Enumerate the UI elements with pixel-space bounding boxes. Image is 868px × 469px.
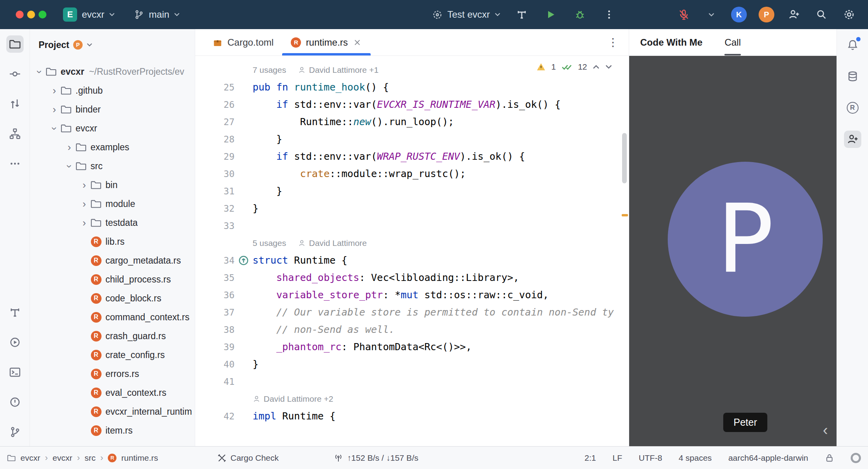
tree-chevron-icon[interactable]: › xyxy=(79,198,90,210)
tree-chevron-icon[interactable]: › xyxy=(48,123,61,134)
code-line-text[interactable]: // non-Send as well. xyxy=(253,321,629,338)
author-inlay[interactable]: David Lattimore +1 xyxy=(298,61,379,79)
tree-item[interactable]: ›src xyxy=(30,157,195,175)
editor-line[interactable]: 26 if std::env::var(EVCXR_IS_RUNTIME_VAR… xyxy=(195,96,629,113)
line-number[interactable]: 30 xyxy=(195,165,235,183)
editor-line[interactable]: 38 // non-Send as well. xyxy=(195,321,629,338)
line-number[interactable]: 28 xyxy=(195,131,235,148)
settings-button[interactable] xyxy=(841,7,857,22)
breadcrumb[interactable]: evcxr xyxy=(53,453,72,463)
tree-item[interactable]: ›.github xyxy=(30,81,195,100)
tree-item[interactable]: Rerrors.rs xyxy=(30,364,195,383)
indent-setting[interactable]: 4 spaces xyxy=(679,453,712,463)
tree-item[interactable]: ›binder xyxy=(30,100,195,119)
tree-item[interactable]: Rlib.rs xyxy=(30,232,195,251)
usages-inlay[interactable]: 7 usages xyxy=(253,61,286,79)
code-line-text[interactable]: if std::env::var(EVCXR_IS_RUNTIME_VAR).i… xyxy=(253,96,629,113)
line-number[interactable]: 39 xyxy=(195,338,235,356)
problems-tool-button[interactable] xyxy=(6,393,24,411)
code-line-text[interactable]: Runtime::new().run_loop(); xyxy=(253,113,629,131)
collapse-controls-button[interactable] xyxy=(704,7,719,22)
tree-item[interactable]: Revcxr_internal_runtim xyxy=(30,402,195,421)
close-tab-button[interactable] xyxy=(353,38,362,47)
editor-scrollbar[interactable] xyxy=(622,133,627,183)
run-button[interactable] xyxy=(543,7,559,22)
readonly-lock-button[interactable] xyxy=(825,453,834,463)
project-widget[interactable]: E evcxr xyxy=(63,7,115,22)
version-control-tool-button[interactable] xyxy=(6,423,24,441)
project-tool-button[interactable] xyxy=(6,35,24,53)
line-number[interactable]: 35 xyxy=(195,269,235,286)
editor-line[interactable]: David Lattimore +2 xyxy=(195,390,629,408)
usages-inlay[interactable]: 5 usages xyxy=(253,234,286,252)
database-tool-button[interactable] xyxy=(844,68,861,85)
editor-line[interactable]: 34struct Runtime { xyxy=(195,252,629,269)
editor-line[interactable]: 35 shared_objects: Vec<libloading::Libra… xyxy=(195,269,629,286)
line-number[interactable] xyxy=(195,390,235,408)
tree-item[interactable]: ›bin xyxy=(30,175,195,194)
editor-line[interactable]: 40} xyxy=(195,356,629,373)
line-number[interactable]: 41 xyxy=(195,373,235,390)
close-button[interactable] xyxy=(16,11,24,18)
code-line-text[interactable]: pub fn runtime_hook() { xyxy=(253,79,629,96)
code-line-text[interactable]: _phantom_rc: PhantomData<Rc<()>>, xyxy=(253,338,629,356)
code-line-text[interactable]: } xyxy=(253,356,629,373)
code-line-text[interactable] xyxy=(253,217,629,234)
participants-tool-button[interactable] xyxy=(844,131,861,148)
tree-item[interactable]: Rchild_process.rs xyxy=(30,270,195,289)
tree-item[interactable]: Reval_context.rs xyxy=(30,383,195,402)
tree-chevron-icon[interactable]: › xyxy=(49,85,60,97)
build-target[interactable]: aarch64-apple-darwin xyxy=(728,453,808,463)
author-inlay[interactable]: David Lattimore +2 xyxy=(253,390,333,408)
cargo-check-status[interactable]: Cargo Check xyxy=(217,453,279,463)
code-line-text[interactable]: } xyxy=(253,183,629,200)
more-tools-button[interactable] xyxy=(6,155,24,172)
rust-tool-button[interactable]: R xyxy=(844,99,861,116)
background-task-indicator[interactable] xyxy=(851,453,861,463)
line-number[interactable] xyxy=(195,234,235,252)
editor-line[interactable]: 41 xyxy=(195,373,629,390)
code-line-text[interactable]: struct Runtime { xyxy=(253,252,629,269)
breadcrumb[interactable]: src xyxy=(85,453,96,463)
notifications-button[interactable] xyxy=(844,36,861,54)
editor-line[interactable]: 36 variable_store_ptr: *mut std::os::raw… xyxy=(195,286,629,304)
tree-item[interactable]: Rcode_block.rs xyxy=(30,289,195,308)
more-button[interactable] xyxy=(601,7,617,22)
editor-line[interactable]: 32} xyxy=(195,200,629,217)
caret-position[interactable]: 2:1 xyxy=(585,453,596,463)
network-traffic-status[interactable]: ↑152 B/s / ↓157 B/s xyxy=(334,453,418,463)
tab-options-button[interactable]: ⋮ xyxy=(606,36,620,49)
line-number[interactable]: 31 xyxy=(195,183,235,200)
commit-tool-button[interactable] xyxy=(6,65,24,83)
code-line-text[interactable]: if std::env::var(WRAP_RUSTC_ENV).is_ok()… xyxy=(253,148,629,165)
code-line-text[interactable]: } xyxy=(253,200,629,217)
tree-item[interactable]: Rcrate_config.rs xyxy=(30,345,195,364)
build-button[interactable] xyxy=(514,7,530,22)
tree-item[interactable]: Rcrash_guard.rs xyxy=(30,327,195,345)
tree-item[interactable]: Ritem.rs xyxy=(30,421,195,440)
implementations-gutter-icon[interactable] xyxy=(238,255,249,266)
editor-line[interactable]: 31 } xyxy=(195,183,629,200)
tree-item[interactable]: ›module xyxy=(30,194,195,213)
debug-button[interactable] xyxy=(572,7,588,22)
code-line-text[interactable]: impl Runtime { xyxy=(253,408,629,425)
line-number[interactable]: 25 xyxy=(195,79,235,96)
inspections-widget[interactable]: 1 12 xyxy=(534,61,615,72)
minimize-button[interactable] xyxy=(27,11,35,18)
breadcrumb[interactable]: runtime.rs xyxy=(121,453,158,463)
editor-line[interactable]: 5 usagesDavid Lattimore xyxy=(195,234,629,252)
line-number[interactable]: 37 xyxy=(195,304,235,321)
tab-call[interactable]: Call xyxy=(724,29,741,55)
tree-item[interactable]: ›evcxr~/RustRoverProjects/ev xyxy=(30,62,195,81)
tab-cargo-toml[interactable]: Cargo.toml xyxy=(204,29,282,55)
code-editor[interactable]: 7 usagesDavid Lattimore +125pub fn runti… xyxy=(195,56,629,446)
tree-item[interactable]: ›testdata xyxy=(30,213,195,232)
editor-line[interactable]: 30 crate::module::wrap_rustc(); xyxy=(195,165,629,183)
collapse-panel-icon[interactable]: ‹ xyxy=(823,423,828,438)
code-line-text[interactable] xyxy=(253,373,629,390)
microphone-muted-button[interactable] xyxy=(676,7,692,22)
editor-line[interactable]: 39 _phantom_rc: PhantomData<Rc<()>>, xyxy=(195,338,629,356)
avatar[interactable]: K xyxy=(731,7,747,22)
code-line-text[interactable]: crate::module::wrap_rustc(); xyxy=(253,165,629,183)
line-number[interactable]: 32 xyxy=(195,200,235,217)
